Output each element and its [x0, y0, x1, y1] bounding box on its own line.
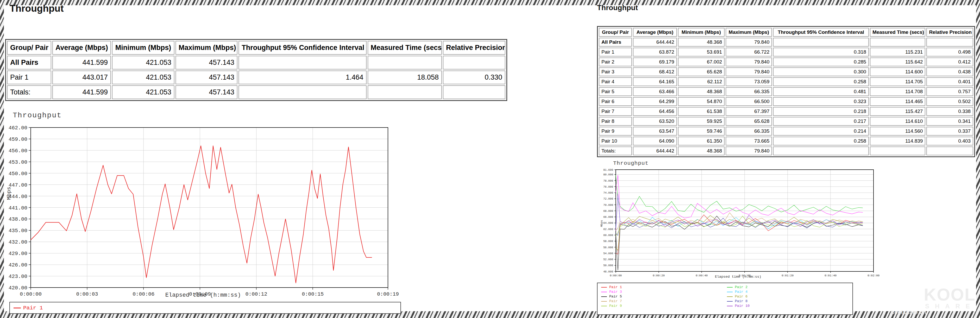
row-label-cell: Pair 2 — [599, 57, 632, 66]
table-cell — [443, 56, 505, 70]
table-cell — [870, 146, 926, 155]
y-tick-label: 453.00 — [9, 159, 27, 165]
y-tick-label: 74.000 — [603, 191, 613, 194]
column-header: Relative Precision — [926, 28, 973, 37]
page-title-left: Throughput — [10, 3, 64, 14]
row-label-cell: Pair 3 — [599, 67, 632, 76]
table-row: All Pairs441.599421.053457.143 — [7, 56, 505, 70]
row-label-cell: All Pairs — [599, 38, 632, 46]
legend-item-pair-6: Pair 6 — [727, 294, 853, 299]
table-cell: 0.330 — [443, 70, 505, 84]
table-cell: 79.840 — [725, 67, 772, 76]
y-tick-label: 420.00 — [9, 285, 27, 291]
table-cell: 67.002 — [678, 57, 725, 66]
row-label-cell: Pair 6 — [599, 97, 632, 106]
legend-item-pair-7: Pair 7 — [601, 299, 727, 303]
table-cell: 64.165 — [633, 77, 677, 86]
table-cell: 79.840 — [725, 57, 772, 66]
table-row: Pair 368.41265.62879.8400.300114.6000.43… — [599, 67, 973, 76]
y-tick-label: 56.000 — [603, 246, 613, 249]
report-page: Throughput Group/ PairAverage (Mbps)Mini… — [4, 5, 976, 311]
y-tick-label: 62.000 — [603, 228, 613, 231]
table-cell: 18.058 — [368, 70, 442, 84]
column-header: Maximum (Mbps) — [175, 41, 237, 55]
table-cell: 114.708 — [870, 87, 926, 96]
table-cell: 114.610 — [870, 117, 926, 126]
legend-item-pair-3: Pair 3 — [601, 290, 727, 294]
y-tick-label: 52.000 — [603, 258, 613, 261]
page-title-right: Throughput — [597, 4, 638, 12]
table-cell: 441.599 — [52, 56, 111, 70]
results-table-left: Group/ PairAverage (Mbps)Minimum (Mbps)M… — [5, 39, 507, 101]
table-cell — [443, 85, 505, 99]
table-row: Pair 269.17967.00279.8400.285115.6420.41… — [599, 57, 973, 66]
y-tick-label: 50.000 — [603, 264, 613, 267]
table-cell: 441.599 — [52, 85, 111, 99]
table-cell: 0.757 — [926, 87, 973, 96]
table-cell: 0.481 — [773, 87, 869, 96]
table-cell: 66.335 — [725, 87, 772, 96]
y-tick-label: 66.000 — [603, 215, 613, 219]
table-cell: 0.318 — [773, 48, 869, 56]
column-header: Group/ Pair — [599, 28, 632, 37]
column-header: Group/ Pair — [7, 41, 51, 55]
throughput-chart-left: 462.00459.00456.00453.00450.00447.00444.… — [5, 117, 401, 299]
y-tick-label: 70.000 — [603, 204, 613, 207]
table-cell: 1.464 — [239, 70, 366, 84]
y-axis-label-left: Mbps — [6, 187, 12, 200]
y-tick-label: 450.00 — [9, 171, 27, 177]
chart-legend-left: Pair 1 — [10, 302, 401, 314]
series-line-pair-6 — [616, 215, 863, 251]
table-cell: 0.403 — [926, 137, 973, 145]
y-tick-label: 76.000 — [603, 185, 613, 188]
y-axis-label-right: Mbps — [600, 220, 603, 227]
koolshare-watermark: KOOL SHARE koolshare.cn — [894, 286, 975, 317]
column-header: Throughput 95% Confidence Interval — [239, 41, 366, 55]
results-table-right: Group/ PairAverage (Mbps)Minimum (Mbps)M… — [597, 26, 975, 157]
series-line-pair-3 — [616, 175, 863, 218]
row-label-cell: Pair 4 — [599, 77, 632, 86]
y-tick-label: 432.00 — [9, 239, 27, 245]
table-cell — [870, 38, 926, 46]
table-cell: 114.839 — [870, 137, 926, 145]
row-label-cell: Pair 10 — [599, 137, 632, 145]
legend-label: Pair 4 — [735, 290, 748, 294]
row-label-cell: All Pairs — [7, 56, 51, 70]
row-label-cell: Totals: — [7, 85, 51, 99]
table-header-row: Group/ PairAverage (Mbps)Minimum (Mbps)M… — [7, 41, 505, 55]
table-cell: 65.628 — [725, 117, 772, 126]
row-label-cell: Pair 8 — [599, 117, 632, 126]
y-tick-label: 68.000 — [603, 210, 613, 213]
table-cell: 66.335 — [725, 127, 772, 135]
table-cell: 0.258 — [773, 137, 869, 145]
y-tick-label: 58.000 — [603, 240, 613, 243]
legend-label: Pair 3 — [609, 290, 622, 294]
legend-line-swatch — [727, 287, 733, 288]
legend-label: Pair 8 — [735, 299, 748, 303]
row-label-cell: Pair 1 — [599, 48, 632, 56]
legend-item-pair-5: Pair 5 — [601, 294, 727, 299]
table-cell: 0.217 — [773, 117, 869, 126]
table-cell: 0.258 — [773, 77, 869, 86]
table-cell: 0.285 — [773, 57, 869, 66]
legend-label: Pair 2 — [735, 285, 748, 289]
table-cell: 0.502 — [926, 97, 973, 106]
table-cell — [773, 146, 869, 155]
table-row: Pair 664.29954.87066.5000.323114.4650.50… — [599, 97, 973, 106]
legend-line-swatch — [727, 301, 733, 302]
legend-line-swatch — [601, 296, 607, 297]
table-cell: 421.053 — [112, 56, 175, 70]
table-cell: 48.368 — [678, 87, 725, 96]
legend-item-pair-4: Pair 4 — [727, 290, 853, 294]
legend-label: Pair 6 — [735, 294, 748, 299]
row-label-cell: Pair 5 — [599, 87, 632, 96]
table-cell: 0.341 — [926, 117, 973, 126]
y-tick-label: 438.00 — [9, 216, 27, 222]
table-cell: 63.547 — [633, 127, 677, 135]
legend-line-swatch — [727, 292, 733, 292]
table-cell: 0.214 — [773, 127, 869, 135]
legend-label: Pair 7 — [609, 299, 622, 303]
row-label-cell: Pair 1 — [7, 70, 51, 84]
table-row: Pair 163.87253.69166.7220.318115.2310.49… — [599, 48, 973, 56]
legend-item-pair-1: Pair 1 — [14, 305, 43, 311]
